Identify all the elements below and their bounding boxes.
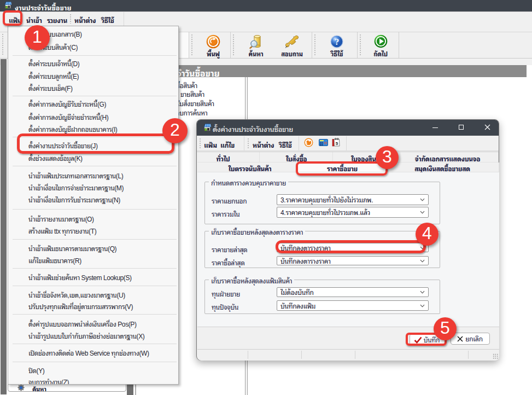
svg-text:?: ? — [335, 37, 339, 47]
svg-text:5: 5 — [336, 141, 338, 146]
